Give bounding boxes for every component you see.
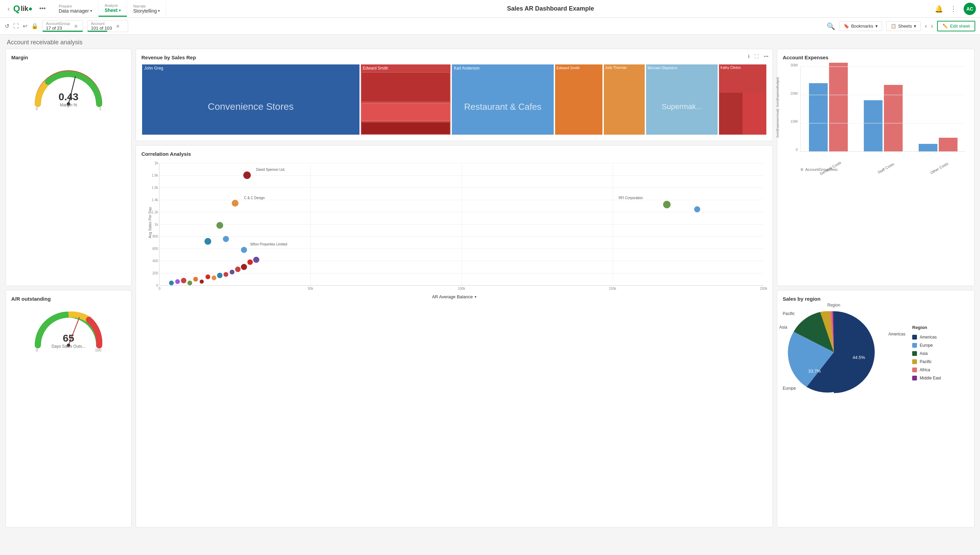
ar-value: 65 Days Sales Outs... [51, 332, 85, 349]
margin-min: 0 [36, 107, 38, 111]
bar-general-budget [829, 63, 848, 151]
edit-sheet-btn[interactable]: ✏️ Edit sheet [937, 21, 975, 31]
nav-narrate[interactable]: Narrate Storytelling ▾ [127, 2, 166, 16]
fullscreen-icon[interactable]: ⛶ [755, 54, 759, 59]
expenses-title: Account Expenses [783, 55, 969, 60]
center-column: Revenue by Sales Rep ℹ ⛶ ••• John Greg C… [136, 49, 773, 528]
treemap-cell-4[interactable]: Edward Smith [555, 64, 603, 135]
more-icon[interactable]: ••• [764, 54, 768, 59]
dot-sifton [241, 247, 247, 253]
dot-rfi-2 [694, 206, 700, 212]
legend-africa: Africa [912, 367, 941, 372]
americas-label: Americas [888, 332, 905, 337]
chip-close-icon[interactable]: ✕ [74, 24, 78, 29]
revenue-card-icons: ℹ ⛶ ••• [748, 54, 768, 59]
margin-gauge-wrap: 0.43 Margin % 0 1 [11, 63, 126, 111]
x-axis-label: AR Average Balance ▾ [432, 294, 477, 299]
legend-middle-east: Middle East [912, 376, 941, 380]
correlation-card: Correlation Analysis Avg Sales Per Day [136, 145, 773, 528]
pie-legend: Region Americas Europe Asia [912, 325, 941, 380]
edit-icon: ✏️ [943, 24, 948, 29]
dot-cc-design [232, 200, 238, 207]
bar-general-actual [809, 83, 828, 151]
user-avatar[interactable]: AC [964, 3, 976, 15]
dot-rfi [663, 201, 671, 208]
right-column: Account Expenses 30M 20M 10M 0 Sum(Expen… [777, 49, 975, 528]
margin-gauge: 0.43 Margin % 0 1 [31, 66, 106, 111]
nav-analyze[interactable]: Analyze Sheet ▾ [99, 1, 127, 17]
sales-region-title: Sales by region [783, 296, 969, 302]
chip-account-close-icon[interactable]: ✕ [116, 24, 120, 29]
bar-other-budget [939, 138, 958, 151]
prev-sheet-icon[interactable]: ‹ [925, 22, 927, 30]
pie-svg: 44.5% 33.7% [786, 305, 881, 400]
sales-region-card: Sales by region [777, 290, 975, 528]
bar-legend: ≡ AccountGroupDesc [801, 167, 838, 172]
filter-chip-account[interactable]: Account 101 of 103 ✕ [87, 20, 128, 32]
correlation-title: Correlation Analysis [141, 151, 767, 157]
nav-back-icon[interactable]: ‹ [4, 5, 13, 13]
treemap-cell-7[interactable]: Kathy Clinton Bottle Shops [718, 64, 767, 135]
bookmarks-btn[interactable]: 🔖 Bookmarks ▾ [839, 21, 882, 31]
revenue-card: Revenue by Sales Rep ℹ ⛶ ••• John Greg C… [136, 49, 773, 141]
bar-other-actual [919, 144, 937, 151]
scatter-chart: Avg Sales Per Day [141, 160, 767, 303]
dashboard: Margin 0.43 [0, 49, 980, 533]
scatter-plot-area: 2k 1.8k 1.6k 1.4k 1.2k 1k 800 600 400 20… [159, 163, 764, 286]
nav-more-icon[interactable]: ••• [39, 5, 46, 12]
bar-y-label: Sum(ExpenseActual), Sum(ExpenseBudget) [772, 63, 783, 152]
ar-outstanding-card: A/R outstanding [5, 290, 131, 528]
legend-asia: Asia [912, 351, 941, 356]
next-sheet-icon[interactable]: › [931, 22, 933, 30]
info-icon[interactable]: ℹ [748, 54, 750, 59]
top-nav: ‹ Q lik ● ••• Prepare Data manager ▾ Ana… [0, 0, 980, 18]
qlik-logo: Q lik ● [13, 3, 33, 14]
bar-chart: 30M 20M 10M 0 Sum(ExpenseActual), Sum(Ex… [783, 63, 969, 172]
treemap-cell-1[interactable]: John Greg Convenience Stores [141, 64, 360, 135]
sheets-btn[interactable]: 📋 Sheets ▾ [886, 21, 921, 31]
europe-label: Europe [783, 386, 796, 391]
filter-chip-accountgroup[interactable]: AccountGroup 17 of 23 ✕ [42, 20, 83, 32]
nav-right-icons: 🔔 ⋮ AC [935, 3, 976, 15]
treemap[interactable]: John Greg Convenience Stores Edward Smit… [141, 64, 767, 135]
bar-staff-actual [864, 100, 882, 151]
svg-text:44.5%: 44.5% [852, 355, 865, 360]
svg-text:33.7%: 33.7% [808, 369, 821, 374]
grid-icon[interactable]: ⋮ [950, 5, 957, 13]
bar-plot [801, 66, 966, 152]
filter-bar: ↺ ⛶ ↩ 🔒 AccountGroup 17 of 23 ✕ Account … [0, 18, 980, 35]
ar-gauge-wrap: 65 Days Sales Outs... 0 100 [11, 305, 126, 352]
treemap-cell-6[interactable]: Michael Stephens Supermak... [645, 64, 718, 135]
revenue-title: Revenue by Sales Rep [141, 55, 767, 60]
ar-min: 0 [36, 348, 38, 352]
bar-y-axis: 30M 20M 10M 0 [783, 63, 800, 152]
ar-max: 100 [95, 348, 101, 352]
margin-value: 0.43 Margin % [59, 91, 78, 107]
lock-icon[interactable]: 🔒 [31, 23, 38, 29]
treemap-cell-2[interactable]: Edward Smith [360, 64, 451, 135]
treemap-cell-3[interactable]: Karl Anderson Restaurant & Cafes [451, 64, 555, 135]
margin-card: Margin 0.43 [5, 49, 131, 286]
asia-label: Asia [779, 325, 787, 330]
bookmark-icon: 🔖 [844, 24, 849, 29]
legend-europe: Europe [912, 343, 941, 348]
pie-chart: 44.5% 33.7% Region Pacific Asia Europe A… [786, 305, 881, 401]
undo-icon[interactable]: ↩ [23, 23, 27, 29]
bell-icon[interactable]: 🔔 [935, 5, 943, 13]
page-title: Account receivable analysis [0, 35, 980, 49]
legend-americas: Americas [912, 335, 941, 340]
refresh-icon[interactable]: ↺ [5, 23, 9, 29]
legend-pacific: Pacific [912, 359, 941, 364]
pacific-label: Pacific [783, 311, 795, 316]
nav-prepare[interactable]: Prepare Data manager ▾ [53, 2, 99, 16]
bar-other-costs [919, 138, 958, 151]
app-title: Sales AR Dashboard Example [166, 5, 935, 12]
ar-gauge: 65 Days Sales Outs... 0 100 [31, 308, 106, 352]
sheets-icon: 📋 [891, 24, 896, 29]
left-column: Margin 0.43 [5, 49, 131, 528]
smart-search-icon[interactable]: 🔍 [827, 22, 835, 30]
treemap-cell-5[interactable]: Judy Thurman [603, 64, 646, 135]
ar-title: A/R outstanding [11, 296, 126, 302]
expand-icon[interactable]: ⛶ [13, 23, 19, 29]
pie-chart-container: 44.5% 33.7% Region Pacific Asia Europe A… [783, 305, 969, 401]
